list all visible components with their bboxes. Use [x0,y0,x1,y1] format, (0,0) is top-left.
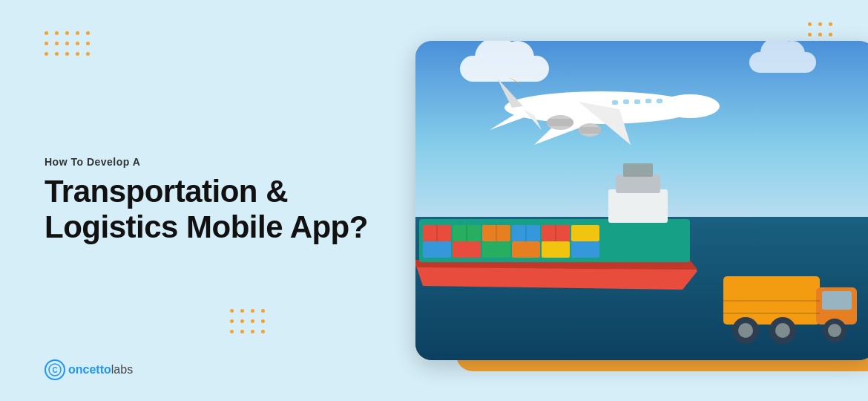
logo-icon: C [45,359,65,380]
svg-rect-12 [623,100,629,104]
svg-marker-2 [497,78,523,108]
logistics-scene [415,41,868,360]
svg-point-46 [828,324,841,337]
svg-point-42 [738,323,753,338]
svg-rect-13 [634,100,640,104]
logo: C oncettolabs [45,359,133,380]
svg-rect-19 [616,175,660,193]
logo-text: oncettolabs [68,363,133,376]
svg-rect-29 [482,241,510,258]
svg-rect-30 [512,241,540,258]
svg-rect-20 [623,163,653,177]
svg-point-1 [660,94,720,118]
svg-rect-26 [571,225,599,241]
image-card [415,41,868,360]
svg-text:C: C [52,366,57,374]
main-title: Transportation & Logistics Mobile App? [45,174,393,246]
right-panel [415,41,868,360]
svg-rect-31 [542,241,570,258]
left-panel: How To Develop A Transportation & Logist… [37,156,393,246]
truck-icon [720,250,868,347]
svg-rect-11 [612,100,618,105]
svg-point-44 [775,323,790,338]
dots-bottom-center [230,309,267,336]
dots-top-left [45,31,92,58]
svg-rect-14 [645,99,651,103]
cargo-ship-icon [415,145,742,308]
svg-marker-16 [508,76,523,85]
svg-rect-10 [579,127,601,134]
svg-rect-40 [822,291,852,310]
cloud-2 [749,52,816,73]
svg-rect-28 [453,241,481,258]
image-card-wrapper [415,41,868,360]
svg-rect-32 [571,241,599,258]
svg-rect-27 [423,241,451,258]
subtitle: How To Develop A [45,156,393,168]
svg-rect-15 [657,99,662,103]
svg-rect-8 [547,119,573,126]
page-container: How To Develop A Transportation & Logist… [0,0,868,401]
svg-rect-18 [608,189,668,223]
